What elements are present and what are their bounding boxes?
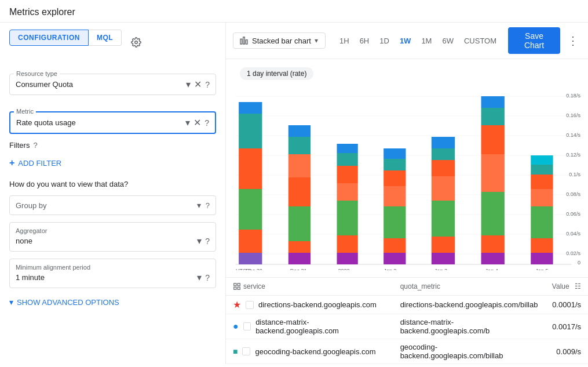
more-options-button[interactable]: ⋮ [565, 31, 581, 50]
svg-rect-3 [246, 40, 247, 44]
resource-type-actions: ▾ ✕ ? [186, 79, 210, 90]
aggregator-group: Aggregator none ▾ ? [9, 222, 216, 252]
svg-rect-26 [239, 189, 262, 230]
svg-text:Dec 31: Dec 31 [290, 268, 307, 270]
time-btn-custom[interactable]: CUSTOM [459, 34, 501, 48]
alignment-dropdown-btn[interactable]: ▾ [197, 272, 202, 283]
alignment-group: Minimum alignment period 1 minute ▾ ? [9, 259, 216, 288]
svg-rect-46 [384, 206, 406, 238]
svg-text:Jan 2: Jan 2 [384, 268, 396, 270]
svg-rect-49 [384, 159, 406, 170]
svg-rect-61 [481, 154, 505, 192]
add-filter-button[interactable]: + ADD FILTER [9, 155, 61, 170]
legend-table: service quota_metric Value ☷ [226, 277, 588, 364]
svg-rect-59 [481, 235, 505, 253]
aggregator-dropdown-btn[interactable]: ▾ [197, 235, 202, 246]
svg-rect-65 [531, 253, 553, 264]
metric-value: Rate quota usage [16, 118, 185, 127]
svg-rect-64 [481, 96, 505, 108]
svg-rect-47 [384, 186, 406, 206]
svg-rect-83 [238, 287, 240, 289]
value-cell-2: 0.0017/s [545, 314, 588, 339]
service-cell-3: ■ geocoding-backend.googleapis.com [226, 339, 393, 364]
aggregator-value: none [16, 237, 197, 245]
svg-rect-80 [234, 284, 236, 286]
svg-text:0: 0 [578, 260, 580, 266]
metric-clear-btn[interactable]: ✕ [193, 117, 201, 128]
svg-rect-39 [337, 201, 357, 235]
show-advanced-button[interactable]: ▾ SHOW ADVANCED OPTIONS [9, 295, 119, 309]
svg-rect-36 [288, 125, 311, 137]
time-btn-6h[interactable]: 6H [355, 34, 374, 48]
service-column-header: service [226, 278, 393, 296]
tab-mql[interactable]: MQL [89, 30, 122, 46]
resource-type-help-icon[interactable]: ? [205, 80, 210, 89]
left-panel: CONFIGURATION MQL Resource type Consumer… [0, 23, 226, 364]
save-chart-button[interactable]: Save Chart [508, 27, 560, 54]
show-advanced-label: SHOW ADVANCED OPTIONS [17, 298, 119, 307]
time-btn-1m[interactable]: 1M [417, 34, 436, 48]
svg-rect-60 [481, 192, 505, 235]
svg-text:0.12/s: 0.12/s [566, 152, 580, 158]
metric-help-icon[interactable]: ? [204, 118, 209, 128]
time-btn-1d[interactable]: 1D [375, 34, 394, 48]
svg-rect-50 [384, 148, 406, 159]
group-by-arrow-icon: ▾ [197, 201, 201, 210]
time-btn-6w[interactable]: 6W [437, 34, 458, 48]
aggregator-help-icon[interactable]: ? [205, 237, 210, 246]
add-filter-icon: + [9, 158, 14, 168]
svg-rect-38 [337, 235, 357, 253]
row-checkbox-1[interactable] [246, 301, 254, 309]
gear-icon [131, 37, 141, 48]
chart-type-arrow-icon: ▾ [315, 37, 318, 45]
tab-configuration[interactable]: CONFIGURATION [9, 30, 89, 46]
alignment-help-icon[interactable]: ? [205, 273, 210, 282]
svg-rect-25 [239, 230, 262, 253]
svg-rect-33 [288, 177, 311, 206]
resource-type-label: Resource type [14, 70, 60, 77]
chart-type-selector[interactable]: Stacked bar chart ▾ [233, 32, 326, 49]
quota-metric-col-label: quota_metric [400, 282, 440, 290]
resource-type-clear-btn[interactable]: ✕ [194, 79, 202, 90]
row-checkbox-3[interactable] [242, 347, 250, 355]
aggregator-inner: none ▾ ? [16, 235, 210, 246]
svg-rect-1 [240, 39, 242, 44]
svg-rect-67 [531, 206, 553, 238]
table-row: ■ geocoding-backend.googleapis.com geoco… [226, 339, 588, 364]
svg-rect-51 [432, 253, 455, 264]
tab-bar: CONFIGURATION MQL [9, 30, 122, 46]
group-by-field[interactable]: Group by ▾ ? [9, 195, 216, 215]
metric-label: Metric [14, 108, 36, 115]
resource-type-dropdown-btn[interactable]: ▾ [186, 79, 191, 90]
group-by-help-icon[interactable]: ? [206, 201, 210, 210]
time-btn-1w[interactable]: 1W [395, 34, 416, 48]
settings-button[interactable] [131, 37, 141, 48]
svg-rect-41 [337, 166, 357, 183]
svg-text:0.04/s: 0.04/s [566, 231, 580, 237]
filters-help-icon[interactable]: ? [33, 141, 37, 150]
row-color-square: ■ [233, 347, 238, 356]
columns-icon[interactable]: ☷ [575, 282, 581, 290]
resource-type-value: Consumer Quota [16, 80, 186, 89]
service-value-1: directions-backend.googleapis.com [258, 300, 377, 309]
service-cell: ★ directions-backend.googleapis.com [226, 296, 393, 314]
time-btn-1h[interactable]: 1H [335, 34, 354, 48]
svg-rect-53 [432, 201, 455, 237]
svg-rect-34 [288, 154, 311, 177]
row-checkbox-2[interactable] [243, 322, 251, 330]
metric-dropdown-btn[interactable]: ▾ [185, 117, 190, 128]
right-panel: Stacked bar chart ▾ 1H 6H 1D 1W 1M 6W CU… [226, 23, 588, 364]
svg-text:0.1/s: 0.1/s [569, 172, 580, 177]
service-cell-2: ● distance-matrix-backend.googleapis.com [226, 314, 393, 339]
svg-rect-35 [288, 137, 311, 154]
svg-rect-44 [384, 253, 406, 264]
alignment-value: 1 minute [16, 273, 197, 282]
app-header: Metrics explorer [0, 0, 588, 23]
svg-rect-57 [432, 137, 455, 148]
service-col-label: service [243, 282, 265, 290]
svg-rect-2 [243, 37, 245, 44]
app-title: Metrics explorer [9, 7, 75, 17]
svg-rect-28 [239, 114, 262, 148]
add-filter-label: ADD FILTER [18, 159, 61, 168]
metric-field[interactable]: Rate quota usage ▾ ✕ ? [9, 111, 216, 134]
